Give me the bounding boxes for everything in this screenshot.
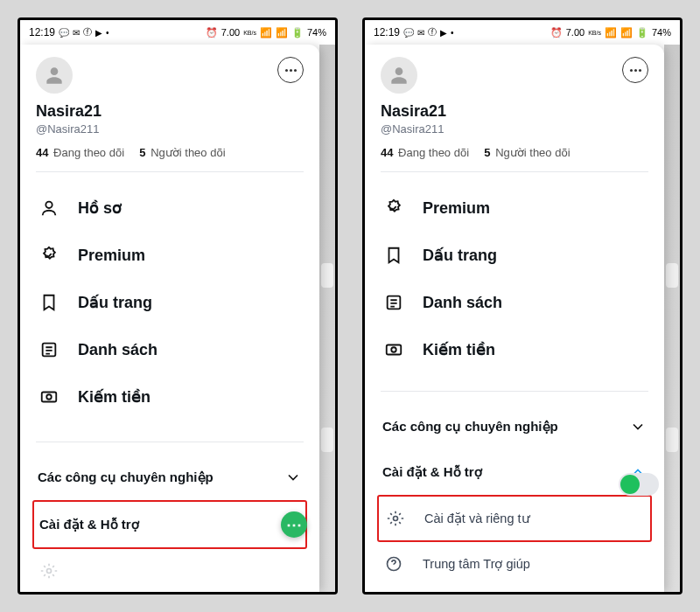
sub-settings-privacy-partial[interactable]	[36, 549, 304, 592]
menu-premium[interactable]: Premium	[381, 184, 648, 232]
menu-profile[interactable]: Hồ sơ	[36, 184, 304, 232]
chat-icon: 💬	[403, 28, 414, 38]
messenger-icon: ✉	[417, 28, 424, 38]
section-label: Các công cụ chuyên nghiệp	[38, 469, 214, 485]
menu-label: Kiếm tiền	[423, 340, 495, 359]
signal-icon: 📶	[620, 27, 633, 38]
more-options-button[interactable]	[622, 57, 648, 83]
status-time: 12:19	[29, 26, 55, 38]
sub-help-center[interactable]: Trung tâm Trợ giúp	[381, 542, 648, 586]
follow-stats[interactable]: 44 Đang theo dõi 5 Người theo dõi	[381, 146, 648, 159]
more-options-button[interactable]	[277, 57, 304, 83]
svg-point-8	[394, 517, 398, 521]
net-speed: 7.00	[221, 27, 240, 38]
person-icon	[38, 197, 60, 219]
menu-monetization[interactable]: Kiếm tiền	[381, 326, 648, 373]
menu-label: Danh sách	[78, 341, 158, 359]
menu-label: Dấu trang	[78, 293, 152, 312]
menu-label: Premium	[423, 199, 490, 218]
section-settings-support[interactable]: Cài đặt & Hỗ trợ	[381, 449, 648, 495]
gear-icon	[38, 560, 60, 582]
badge-icon	[382, 197, 405, 219]
wifi-icon: 📶	[260, 27, 272, 38]
status-bar: 12:19 💬 ✉ ⓕ ▶ • ⏰ 7.00 KB/s 📶 📶 🔋 74%	[20, 20, 335, 45]
badge-icon	[38, 244, 60, 267]
sub-settings-privacy[interactable]: Cài đặt và riêng tư	[382, 497, 647, 540]
signal-icon: 📶	[276, 27, 288, 38]
svg-point-4	[47, 569, 52, 574]
status-time: 12:19	[374, 26, 400, 38]
help-icon	[382, 553, 405, 575]
avatar[interactable]	[36, 57, 73, 94]
sub-label: Cài đặt và riêng tư	[424, 511, 530, 525]
divider	[36, 171, 304, 172]
chevron-down-icon	[629, 418, 647, 435]
followers-count: 5	[139, 146, 145, 159]
handle: @Nasira211	[36, 122, 304, 136]
feed-backdrop	[319, 45, 335, 592]
handle: @Nasira211	[381, 122, 648, 136]
followers-label: Người theo dõi	[150, 146, 225, 159]
menu-bookmarks[interactable]: Dấu trang	[36, 279, 304, 326]
fb-icon: ⓕ	[83, 26, 92, 38]
sub-label: Trung tâm Trợ giúp	[423, 557, 530, 571]
alarm-icon: ⏰	[206, 27, 218, 38]
right-screenshot: 12:19 💬 ✉ ⓕ ▶ • ⏰ 7.00 KB/s 📶 📶 🔋 74%	[362, 17, 682, 595]
chevron-down-icon	[284, 469, 302, 486]
nav-drawer: Nasira21 @Nasira211 44 Đang theo dõi 5 N…	[20, 45, 319, 592]
net-unit: KB/s	[243, 30, 256, 36]
menu-lists[interactable]: Danh sách	[36, 326, 304, 373]
follow-stats[interactable]: 44 Đang theo dõi 5 Người theo dõi	[36, 146, 304, 159]
battery-icon: 🔋	[291, 27, 304, 38]
menu-bookmarks[interactable]: Dấu trang	[381, 232, 648, 279]
alarm-icon: ⏰	[550, 27, 563, 38]
display-name[interactable]: Nasira21	[381, 102, 648, 121]
net-speed: 7.00	[566, 27, 584, 38]
svg-point-0	[46, 202, 52, 208]
menu-label: Hồ sơ	[78, 198, 122, 218]
fab-chat[interactable]	[281, 511, 307, 538]
money-icon	[382, 338, 405, 361]
followers-label: Người theo dõi	[495, 146, 570, 159]
gear-icon	[384, 507, 407, 530]
following-label: Đang theo dõi	[398, 146, 469, 159]
list-icon	[38, 338, 60, 361]
net-unit: KB/s	[588, 30, 601, 36]
svg-point-7	[391, 347, 396, 352]
chat-icon: 💬	[59, 28, 69, 38]
display-name[interactable]: Nasira21	[36, 102, 304, 121]
svg-rect-2	[42, 393, 57, 402]
floating-toggle[interactable]	[619, 473, 659, 496]
money-icon	[38, 386, 60, 408]
following-label: Đang theo dõi	[53, 146, 124, 159]
menu-label: Kiếm tiền	[78, 387, 150, 407]
following-count: 44	[36, 146, 48, 159]
bookmark-icon	[38, 291, 60, 314]
yt-icon: ▶	[95, 28, 102, 38]
section-pro-tools[interactable]: Các công cụ chuyên nghiệp	[381, 404, 648, 449]
section-label: Các công cụ chuyên nghiệp	[382, 419, 558, 435]
battery-icon: 🔋	[636, 27, 648, 38]
followers-count: 5	[484, 146, 490, 159]
bookmark-icon	[382, 244, 405, 267]
more-dot-icon: •	[451, 28, 454, 38]
section-settings-support[interactable]: Cài đặt & Hỗ trợ	[38, 502, 302, 547]
divider	[381, 391, 648, 392]
menu-lists[interactable]: Danh sách	[381, 279, 648, 326]
nav-drawer: Nasira21 @Nasira211 44 Đang theo dõi 5 N…	[365, 45, 664, 592]
following-count: 44	[381, 146, 393, 159]
yt-icon: ▶	[440, 28, 447, 38]
menu-monetization[interactable]: Kiếm tiền	[36, 373, 304, 421]
feed-backdrop	[664, 45, 680, 592]
menu-label: Dấu trang	[423, 246, 497, 265]
section-label: Cài đặt & Hỗ trợ	[382, 464, 482, 480]
fb-icon: ⓕ	[428, 26, 437, 38]
section-pro-tools[interactable]: Các công cụ chuyên nghiệp	[36, 455, 304, 500]
menu-label: Premium	[78, 247, 145, 265]
section-label: Cài đặt & Hỗ trợ	[39, 517, 139, 532]
more-dot-icon: •	[106, 28, 109, 38]
divider	[36, 442, 304, 442]
avatar[interactable]	[381, 57, 417, 94]
menu-premium[interactable]: Premium	[36, 232, 304, 279]
svg-rect-6	[387, 345, 402, 355]
